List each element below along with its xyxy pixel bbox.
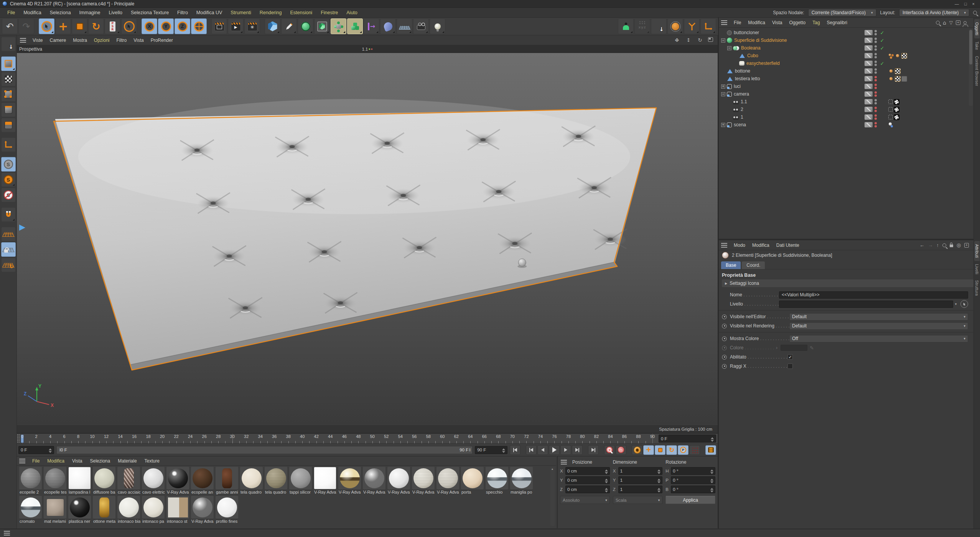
previous-frame-button[interactable] bbox=[537, 445, 548, 455]
add-generator-button[interactable] bbox=[314, 18, 330, 34]
view-dolly-icon[interactable] bbox=[685, 37, 692, 43]
object-row-2[interactable]: 2 bbox=[719, 106, 973, 113]
abilitato-radio[interactable] bbox=[722, 355, 727, 360]
add-cube-button[interactable] bbox=[265, 18, 280, 34]
material-tela-quadro[interactable]: tela quadro bbox=[239, 467, 264, 495]
visibility-dots[interactable] bbox=[874, 68, 878, 74]
material-cavo-elettric[interactable]: cavo elettric bbox=[141, 467, 165, 495]
menu-item-modifica[interactable]: Modifica bbox=[744, 20, 769, 25]
add-floor-button[interactable] bbox=[397, 18, 412, 34]
layer-toggle[interactable] bbox=[865, 30, 873, 35]
enabled-check[interactable]: ✓ bbox=[879, 61, 886, 66]
menu-item-file[interactable]: File bbox=[28, 458, 43, 464]
menu-item-modifica[interactable]: Modifica bbox=[43, 458, 68, 464]
polygon-mode-button[interactable] bbox=[1, 118, 16, 132]
layer-toggle[interactable] bbox=[865, 61, 873, 66]
key-parameter-button[interactable]: P bbox=[678, 445, 688, 455]
menu-item-seleziona-texture[interactable]: Seleziona Texture bbox=[127, 10, 173, 15]
side-tab-livelli[interactable]: Livelli bbox=[974, 261, 980, 277]
material-gambe-anni[interactable]: gambe anni bbox=[215, 467, 239, 495]
object-row-easychesterfield[interactable]: easychesterfield✓ bbox=[719, 59, 973, 67]
add-light-button[interactable] bbox=[430, 18, 445, 34]
view-maximize-icon[interactable] bbox=[708, 37, 713, 42]
am-lock-icon[interactable] bbox=[950, 245, 953, 247]
material-tappi-silicor[interactable]: tappi silicor bbox=[288, 467, 313, 495]
material-porta[interactable]: porta bbox=[460, 467, 484, 495]
add-array-button[interactable] bbox=[347, 18, 363, 34]
coord-field-posizione-z[interactable]: 0 cm bbox=[565, 486, 610, 493]
checker-tag-icon[interactable] bbox=[895, 76, 901, 82]
spinner-icon[interactable] bbox=[710, 486, 713, 492]
object-row-booleana[interactable]: −Booleana✓ bbox=[719, 44, 973, 52]
autokeying-button[interactable]: ( ) bbox=[616, 445, 626, 455]
menu-item-vista[interactable]: Vista bbox=[769, 20, 786, 25]
material-ecopelle-2[interactable]: ecopelle 2 bbox=[18, 467, 43, 495]
range-end-field[interactable]: 90 F bbox=[475, 446, 507, 454]
coord-field-dimensione-y[interactable]: 1 bbox=[618, 476, 663, 484]
spinner-icon[interactable] bbox=[657, 486, 660, 492]
material-cromato[interactable]: cromato bbox=[18, 496, 43, 524]
menu-item-modifica-uv[interactable]: Modifica UV bbox=[192, 10, 226, 15]
viewport-solo-hierarchy-button[interactable]: S bbox=[1, 188, 16, 202]
menu-item-file[interactable]: File bbox=[730, 20, 744, 25]
menu-item-segnalibri[interactable]: Segnalibri bbox=[824, 20, 851, 25]
layout-select[interactable]: Interfaccia di Avvio (Utente)▾ bbox=[899, 9, 969, 17]
viewport-view-label[interactable]: Prospettiva bbox=[19, 46, 42, 52]
visibility-dots[interactable] bbox=[874, 53, 878, 59]
phong-tag-icon[interactable] bbox=[888, 53, 894, 59]
menu-item-vista[interactable]: Vista bbox=[68, 458, 86, 464]
am-add-icon[interactable]: + bbox=[964, 243, 969, 248]
goto-start-button[interactable] bbox=[510, 445, 520, 455]
visibility-dots[interactable] bbox=[874, 45, 878, 51]
layer-toggle[interactable] bbox=[865, 107, 873, 112]
material-v-ray-adva[interactable]: V-Ray Adva bbox=[313, 467, 337, 495]
menu-item-strumenti[interactable]: Strumenti bbox=[226, 10, 255, 15]
layer-toggle[interactable] bbox=[865, 53, 873, 58]
object-row-1[interactable]: 1 bbox=[719, 113, 973, 121]
reset-psr-button[interactable] bbox=[105, 18, 120, 34]
coord-field-posizione-y[interactable]: 0 cm bbox=[565, 476, 610, 484]
visibility-dots[interactable] bbox=[874, 83, 878, 89]
ruler-frame-field[interactable]: 0 F bbox=[659, 435, 716, 443]
tab-base[interactable]: Base bbox=[721, 261, 741, 269]
viewport-menu-icon[interactable] bbox=[20, 38, 26, 43]
spinner-icon[interactable] bbox=[710, 468, 713, 474]
timeline-grip[interactable] bbox=[17, 434, 20, 443]
viewport-solo-off-button[interactable]: S bbox=[1, 157, 16, 172]
side-tab-struttura[interactable]: Struttura bbox=[974, 277, 980, 299]
om-filter-icon[interactable]: ▽ bbox=[949, 20, 953, 25]
enabled-check[interactable]: ✓ bbox=[879, 30, 886, 36]
aperture-tag-icon[interactable] bbox=[894, 114, 899, 120]
material-v-ray-adva[interactable]: V-Ray Adva bbox=[190, 496, 214, 524]
material-v-ray-adva[interactable]: V-Ray Adva bbox=[411, 467, 435, 495]
point-mode-button[interactable] bbox=[1, 87, 16, 102]
render-view-button[interactable] bbox=[211, 18, 227, 34]
menu-item-immagine[interactable]: Immagine bbox=[75, 10, 105, 15]
edge-mode-button[interactable] bbox=[1, 102, 16, 117]
add-deformer-button[interactable] bbox=[380, 18, 396, 34]
menu-item-estensioni[interactable]: Estensioni bbox=[286, 10, 316, 15]
material-intonaco-bia[interactable]: intonaco bia bbox=[117, 496, 141, 524]
material-cavo-acciaio[interactable]: cavo acciaio bbox=[117, 467, 141, 495]
object-row-superficie-di-suddivisione[interactable]: −Superficie di Suddivisione✓ bbox=[719, 36, 973, 44]
visibility-dots[interactable] bbox=[874, 106, 878, 112]
play-button[interactable] bbox=[549, 445, 560, 455]
visibility-dots[interactable] bbox=[874, 76, 878, 82]
viewport-canvas[interactable]: Y X Z bbox=[17, 53, 718, 425]
visible-editor-select[interactable]: Default▾ bbox=[789, 313, 968, 321]
menu-item-mostra[interactable]: Mostra bbox=[69, 38, 91, 43]
texture-mode-button[interactable] bbox=[1, 72, 16, 86]
nodal-space-select[interactable]: Corrente (Standard/Fisico)▾ bbox=[808, 9, 876, 17]
mostra-colore-radio[interactable] bbox=[722, 336, 727, 341]
menu-item-opzioni[interactable]: Opzioni bbox=[91, 38, 113, 43]
menu-item-filtro[interactable]: Filtro bbox=[113, 38, 130, 43]
dot-tag-icon[interactable] bbox=[888, 76, 894, 82]
axis-mode-button[interactable] bbox=[1, 137, 16, 152]
menu-item-camere[interactable]: Camere bbox=[46, 38, 69, 43]
current-frame-field[interactable]: 0 F bbox=[18, 446, 54, 454]
menu-item-tag[interactable]: Tag bbox=[809, 20, 823, 25]
expander-icon[interactable]: − bbox=[721, 92, 725, 96]
om-user-icon[interactable] bbox=[964, 21, 967, 24]
applica-button[interactable]: Applica bbox=[665, 496, 715, 504]
checker-tag-icon[interactable] bbox=[901, 53, 907, 59]
